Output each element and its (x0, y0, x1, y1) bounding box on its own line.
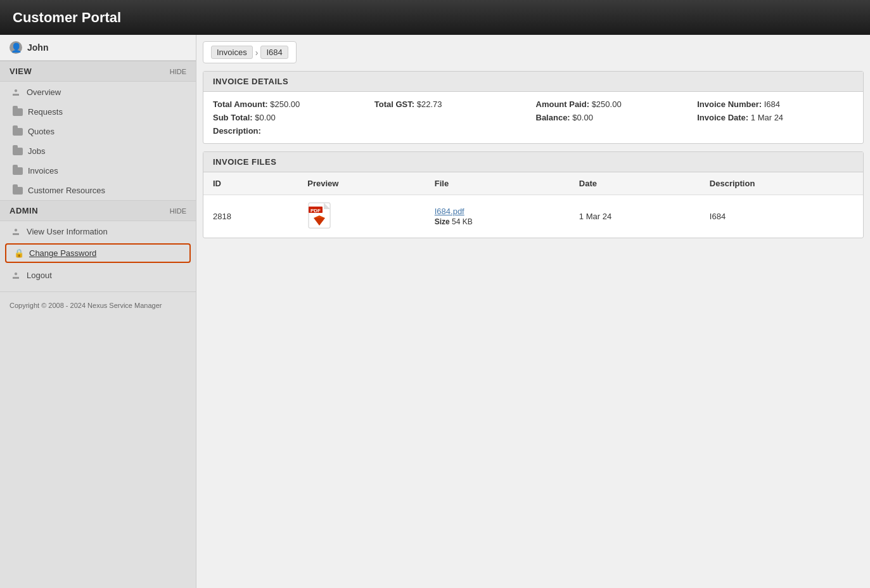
sidebar-item-label: Requests (28, 107, 63, 117)
amount-paid-row: Amount Paid: $250.00 (536, 99, 693, 109)
invoice-col-2: Total GST: $22.73 (374, 99, 531, 136)
folder-icon (13, 128, 23, 136)
sidebar: John VIEW HIDE Overview Requests Quotes … (0, 35, 196, 588)
col-header-id: ID (203, 172, 298, 195)
breadcrumb-separator: › (255, 48, 259, 58)
invoice-files-header: INVOICE FILES (203, 152, 863, 172)
sidebar-item-quotes[interactable]: Quotes (0, 122, 196, 141)
file-size: Size 54 KB (435, 217, 560, 226)
lock-icon: 🔒 (14, 248, 24, 258)
invoice-date-value: 1 Mar 24 (751, 113, 783, 122)
folder-icon (13, 187, 23, 195)
total-gst-row: Total GST: $22.73 (374, 99, 531, 109)
balance-label: Balance: (536, 113, 570, 122)
app-header: Customer Portal (0, 0, 870, 35)
sidebar-item-label: Change Password (29, 248, 96, 258)
sub-total-row: Sub Total: $0.00 (213, 113, 369, 122)
invoice-details-body: Total Amount: $250.00 Sub Total: $0.00 D… (203, 92, 863, 143)
invoice-details-header: INVOICE DETAILS (203, 72, 863, 92)
invoice-number-value: I684 (764, 99, 780, 109)
total-gst-value: $22.73 (417, 99, 442, 109)
description-row: Description: (213, 126, 369, 136)
invoice-col-4: Invoice Number: I684 Invoice Date: 1 Mar… (697, 99, 854, 136)
sidebar-item-label: Invoices (28, 166, 58, 176)
admin-section-label: ADMIN (10, 206, 38, 215)
total-gst-label: Total GST: (374, 99, 414, 109)
sidebar-user: John (0, 35, 196, 61)
sidebar-item-customer-resources[interactable]: Customer Resources (0, 181, 196, 200)
sidebar-item-label: Logout (27, 271, 52, 280)
sidebar-item-label: Jobs (28, 146, 45, 156)
invoice-number-row: Invoice Number: I684 (697, 99, 854, 109)
main-layout: John VIEW HIDE Overview Requests Quotes … (0, 35, 870, 588)
table-header-row: ID Preview File Date Description (203, 172, 863, 195)
total-amount-value: $250.00 (270, 99, 300, 109)
invoice-col-3: Amount Paid: $250.00 Balance: $0.00 (536, 99, 693, 136)
invoice-col-1: Total Amount: $250.00 Sub Total: $0.00 D… (213, 99, 369, 136)
person-icon (13, 226, 22, 236)
folder-icon (13, 148, 23, 155)
sidebar-item-view-user-info[interactable]: View User Information (0, 221, 196, 241)
col-header-preview: Preview (298, 172, 425, 195)
cell-id: 2818 (203, 195, 298, 238)
person-icon (13, 87, 22, 97)
sidebar-item-overview[interactable]: Overview (0, 82, 196, 102)
folder-icon (13, 167, 23, 175)
invoice-number-label: Invoice Number: (697, 99, 762, 109)
col-header-file: File (425, 172, 570, 195)
description-label: Description: (213, 126, 261, 136)
sidebar-item-requests[interactable]: Requests (0, 102, 196, 122)
sidebar-username: John (27, 42, 48, 53)
total-amount-row: Total Amount: $250.00 (213, 99, 369, 109)
sidebar-item-label: Quotes (28, 127, 54, 136)
invoice-files-table: ID Preview File Date Description 2818 PD… (203, 172, 863, 238)
sidebar-item-invoices[interactable]: Invoices (0, 161, 196, 181)
sidebar-item-jobs[interactable]: Jobs (0, 141, 196, 161)
breadcrumb-current: I684 (260, 46, 288, 59)
sidebar-item-logout[interactable]: Logout (0, 265, 196, 285)
admin-section-hide[interactable]: HIDE (170, 207, 186, 215)
sidebar-item-label: View User Information (27, 227, 108, 236)
sidebar-item-label: Overview (27, 87, 61, 97)
view-section-label: VIEW (10, 67, 32, 76)
amount-paid-value: $250.00 (592, 99, 622, 109)
view-section-hide[interactable]: HIDE (170, 68, 186, 75)
copyright-text: Copyright © 2008 - 2024 Nexus Service Ma… (10, 302, 162, 309)
sub-total-label: Sub Total: (213, 113, 253, 122)
cell-preview: PDF (298, 195, 425, 238)
cell-date: 1 Mar 24 (570, 195, 700, 238)
amount-paid-label: Amount Paid: (536, 99, 590, 109)
breadcrumb: Invoices › I684 (203, 41, 297, 63)
balance-value: $0.00 (572, 113, 593, 122)
sub-total-value: $0.00 (255, 113, 276, 122)
person-icon (13, 270, 22, 280)
folder-icon (13, 108, 23, 116)
invoice-date-label: Invoice Date: (697, 113, 748, 122)
sidebar-footer: Copyright © 2008 - 2024 Nexus Service Ma… (0, 291, 196, 319)
table-row: 2818 PDF I684.pdf Size 54 KB 1 Mar 24I68… (203, 195, 863, 238)
sidebar-item-change-password[interactable]: 🔒 Change Password (5, 243, 191, 263)
col-header-description: Description (700, 172, 863, 195)
balance-row: Balance: $0.00 (536, 113, 693, 122)
content-area: Invoices › I684 INVOICE DETAILS Total Am… (196, 35, 870, 588)
sidebar-item-label: Customer Resources (28, 186, 105, 195)
user-avatar-icon (10, 41, 22, 54)
invoice-details-panel: INVOICE DETAILS Total Amount: $250.00 Su… (203, 71, 864, 144)
view-section-header: VIEW HIDE (0, 61, 196, 82)
invoice-date-row: Invoice Date: 1 Mar 24 (697, 113, 854, 122)
svg-text:PDF: PDF (310, 208, 321, 214)
file-download-link[interactable]: I684.pdf (435, 207, 560, 216)
total-amount-label: Total Amount: (213, 99, 268, 109)
app-title: Customer Portal (13, 10, 121, 26)
invoice-files-panel: INVOICE FILES ID Preview File Date Descr… (203, 151, 864, 238)
admin-section-header: ADMIN HIDE (0, 200, 196, 221)
col-header-date: Date (570, 172, 700, 195)
cell-description: I684 (700, 195, 863, 238)
cell-file: I684.pdf Size 54 KB (425, 195, 570, 238)
breadcrumb-invoices[interactable]: Invoices (211, 46, 253, 59)
pdf-icon: PDF (307, 201, 331, 229)
